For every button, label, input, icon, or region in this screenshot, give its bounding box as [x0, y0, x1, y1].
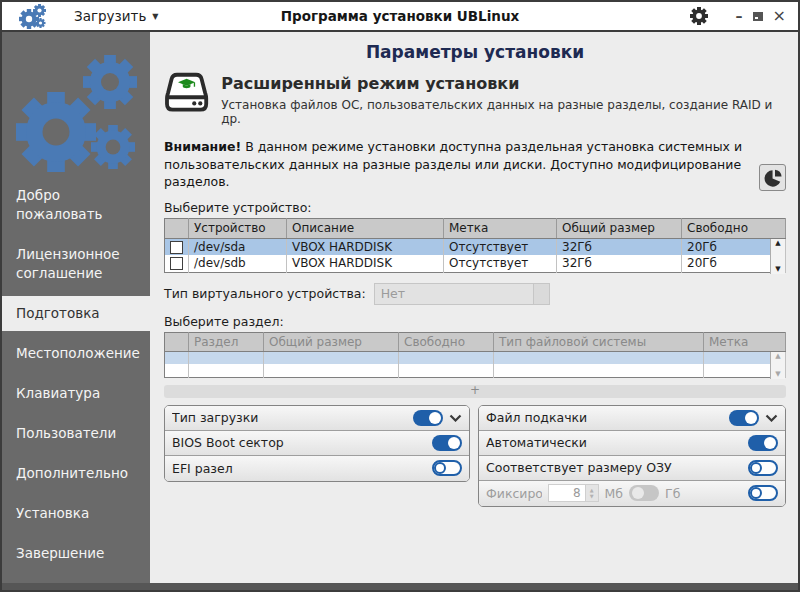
swap-fixed-row: Фиксированный размер ▲ ▼ Мб Гб	[479, 481, 785, 506]
settings-gear-icon[interactable]	[690, 7, 708, 25]
titlebar: Загрузить ▼ Программа установки UBLinux …	[2, 2, 798, 32]
minimize-icon[interactable]: –	[736, 11, 743, 21]
bios-boot-label: BIOS Boot сектор	[172, 435, 426, 450]
spinner-stepper[interactable]: ▲ ▼	[586, 484, 599, 502]
boot-type-header-row[interactable]: Тип загрузки	[165, 406, 469, 431]
add-partition-button[interactable]: +	[164, 385, 786, 398]
efi-toggle[interactable]	[432, 460, 462, 476]
swap-fixed-label: Фиксированный размер	[486, 486, 542, 501]
unit-mb-label: Мб	[605, 486, 624, 501]
swap-ram-row: Соответствует размеру ОЗУ	[479, 456, 785, 481]
device-section-label: Выберите устройство:	[164, 200, 786, 215]
partition-table-header: Раздел Общий размер Свободно Тип файлово…	[165, 332, 786, 351]
scroll-down-icon: ▼	[775, 370, 780, 379]
caret-down-icon: ▼	[152, 12, 158, 21]
partition-col-total: Общий размер	[264, 332, 399, 351]
sidebar: Добро пожаловать Лицензионное соглашение…	[2, 32, 150, 583]
partition-table-scrollbar[interactable]: ▲ ▼	[770, 352, 785, 379]
app-logo-gears-icon	[18, 2, 46, 30]
device-col-free: Свободно	[682, 218, 786, 238]
device-col-check	[165, 218, 189, 238]
combo-dropdown-button[interactable]	[533, 284, 549, 304]
swap-auto-row: Автоматически	[479, 431, 785, 456]
warning-bold: Внимание!	[164, 139, 241, 154]
advanced-mode-drive-icon	[164, 70, 209, 114]
scroll-up-icon[interactable]: ▲	[775, 239, 780, 248]
partition-row-empty-1	[165, 351, 786, 364]
installer-window: Загрузить ▼ Программа установки UBLinux …	[0, 0, 800, 592]
swap-auto-toggle[interactable]	[748, 435, 778, 451]
swap-ram-toggle[interactable]	[748, 460, 778, 476]
sidebar-item-additional[interactable]: Дополнительно	[2, 456, 150, 491]
partition-col-fstype: Тип файловой системы	[494, 332, 704, 351]
sidebar-item-preparation[interactable]: Подготовка	[2, 296, 150, 331]
fixed-size-input[interactable]	[548, 484, 586, 502]
swap-label: Файл подкачки	[486, 410, 723, 425]
chevron-down-icon[interactable]	[765, 414, 778, 422]
scroll-up-icon: ▲	[775, 352, 780, 361]
fixed-size-toggle[interactable]	[748, 485, 778, 501]
device-checkbox-sdb[interactable]	[170, 257, 183, 270]
device-col-label: Метка	[444, 218, 557, 238]
sidebar-item-welcome[interactable]: Добро пожаловать	[2, 178, 150, 232]
sidebar-item-license[interactable]: Лицензионное соглашение	[2, 237, 150, 291]
swap-panel: Файл подкачки Автоматически Соответствуе…	[478, 405, 786, 507]
chevron-down-icon[interactable]	[449, 414, 462, 422]
device-table: Устройство Описание Метка Общий размер С…	[164, 218, 786, 273]
virtual-device-label: Тип виртуального устройства:	[164, 286, 366, 301]
bios-boot-row: BIOS Boot сектор	[165, 431, 469, 456]
mode-title: Расширенный режим установки	[221, 74, 786, 93]
mode-subtitle: Установка файлов ОС, пользовательских да…	[221, 98, 786, 126]
partition-col-free: Свободно	[399, 332, 494, 351]
partition-table: Раздел Общий размер Свободно Тип файлово…	[164, 332, 786, 378]
warning-text: Внимание! В данном режиме установки дост…	[164, 138, 769, 191]
swap-header-row[interactable]: Файл подкачки	[479, 406, 785, 431]
device-col-total: Общий размер	[557, 218, 682, 238]
partition-col-label: Метка	[704, 332, 786, 351]
swap-toggle[interactable]	[729, 410, 759, 426]
partition-section-label: Выберите раздел:	[164, 314, 786, 329]
sidebar-nav: Добро пожаловать Лицензионное соглашение…	[2, 178, 150, 571]
load-menu-button[interactable]: Загрузить ▼	[74, 8, 159, 24]
efi-row: EFI разел	[165, 456, 469, 481]
device-table-header: Устройство Описание Метка Общий размер С…	[165, 218, 786, 238]
efi-label: EFI разел	[172, 461, 426, 476]
warning-body: В данном режиме установки доступна разде…	[164, 139, 742, 189]
scroll-down-icon[interactable]: ▼	[775, 265, 780, 274]
device-table-scrollbar[interactable]: ▲ ▼	[770, 239, 785, 274]
page-title: Параметры установки	[164, 42, 786, 62]
sidebar-item-finish[interactable]: Завершение	[2, 536, 150, 571]
swap-ram-label: Соответствует размеру ОЗУ	[486, 460, 742, 475]
boot-type-toggle[interactable]	[413, 410, 443, 426]
maximize-icon[interactable]	[753, 12, 763, 21]
partition-col-partition: Раздел	[189, 332, 264, 351]
device-checkbox-sda[interactable]	[170, 241, 183, 254]
boot-type-label: Тип загрузки	[172, 410, 407, 425]
virtual-device-value: Нет	[375, 286, 533, 301]
device-row-sda[interactable]: /dev/sda VBOX HARDDISK Отсутствует 32Гб …	[165, 238, 786, 255]
sidebar-item-install[interactable]: Установка	[2, 496, 150, 531]
sidebar-item-users[interactable]: Пользователи	[2, 416, 150, 451]
partition-row-empty-2	[165, 364, 786, 377]
device-col-description: Описание	[287, 218, 444, 238]
device-table-wrap: Устройство Описание Метка Общий размер С…	[164, 218, 786, 273]
boot-type-panel: Тип загрузки BIOS Boot сектор EFI разел	[164, 405, 470, 482]
main-content: Параметры установки Расширенный режим ус…	[150, 32, 798, 583]
bios-boot-toggle[interactable]	[432, 435, 462, 451]
device-row-sdb[interactable]: /dev/sdb VBOX HARDDISK Отсутствует 32Гб …	[165, 255, 786, 272]
sidebar-item-keyboard[interactable]: Клавиатура	[2, 376, 150, 411]
spinner-down-icon[interactable]: ▼	[590, 493, 594, 499]
disk-usage-pie-button[interactable]	[759, 164, 786, 191]
sidebar-gears-logo-icon	[4, 42, 150, 174]
partition-col-check	[165, 332, 189, 351]
load-menu-label: Загрузить	[74, 8, 146, 24]
partition-table-wrap: Раздел Общий размер Свободно Тип файлово…	[164, 332, 786, 378]
sidebar-item-location[interactable]: Местоположение	[2, 336, 150, 371]
swap-auto-label: Автоматически	[486, 435, 742, 450]
virtual-device-select[interactable]: Нет	[374, 283, 550, 305]
unit-toggle[interactable]	[629, 485, 659, 501]
device-col-device: Устройство	[189, 218, 287, 238]
pie-chart-icon	[763, 168, 783, 188]
window-bottom-edge	[2, 583, 798, 590]
close-icon[interactable]: ×	[773, 10, 786, 22]
